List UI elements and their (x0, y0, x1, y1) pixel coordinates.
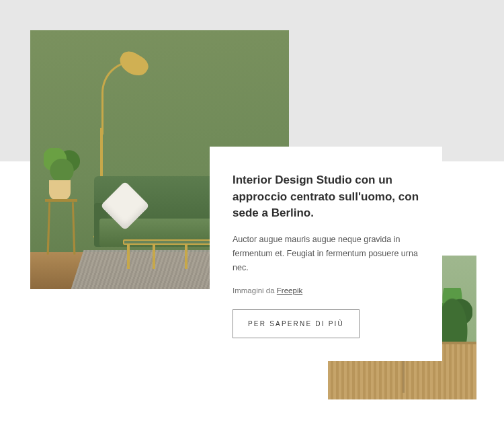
credit-prefix: Immagini da (233, 286, 277, 295)
content-card: Interior Design Studio con un approccio … (210, 147, 442, 361)
card-body-text: Auctor augue mauris augue neque gravida … (233, 233, 419, 276)
credit-link[interactable]: Freepik (277, 286, 302, 295)
card-heading: Interior Design Studio con un approccio … (233, 172, 419, 222)
learn-more-button[interactable]: PER SAPERNE DI PIÙ (233, 309, 360, 338)
image-credit: Immagini da Freepik (233, 286, 419, 295)
